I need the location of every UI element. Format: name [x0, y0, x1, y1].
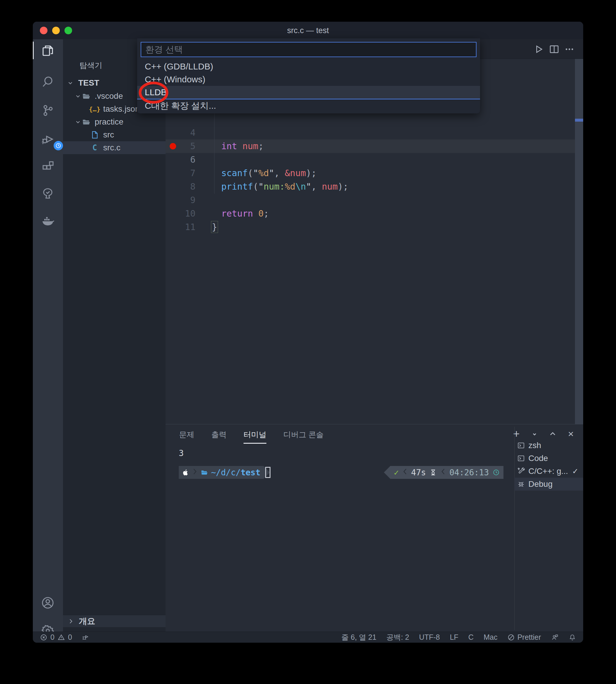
code-line[interactable]: 10 } — [166, 193, 583, 207]
tab-terminal[interactable]: 터미널 — [244, 429, 266, 440]
command-duration: 47s — [411, 468, 426, 478]
maximize-panel-icon[interactable] — [547, 429, 558, 439]
chevron-down-icon — [74, 92, 82, 100]
bottom-panel: 문제 출력 터미널 디버그 콘솔 + × 3 ~/d/c/test ✓ — [166, 424, 583, 632]
run-file-icon[interactable] — [533, 43, 545, 55]
os-indicator[interactable]: Mac — [484, 633, 497, 641]
terminal-session-zsh[interactable]: zsh — [514, 439, 583, 452]
code-line[interactable]: 7 printf("num:%d\n", num); — [166, 153, 583, 167]
terminal-session-debug[interactable]: Debug — [514, 478, 583, 491]
more-actions-icon[interactable] — [564, 43, 575, 55]
vscode-window: src.c — test — [33, 22, 583, 643]
hourglass-icon — [429, 469, 437, 476]
formatter-status[interactable]: Prettier — [507, 633, 541, 641]
notifications-bell-icon[interactable] — [569, 634, 576, 641]
language-mode[interactable]: C — [468, 633, 474, 641]
folder-open-icon — [82, 117, 91, 126]
tab-output[interactable]: 출력 — [211, 429, 226, 440]
active-view-indicator — [33, 42, 34, 59]
terminal-icon — [517, 442, 525, 449]
powerline-arrow-left — [384, 466, 390, 479]
warning-icon — [58, 634, 65, 641]
code-line[interactable]: 5 — [166, 126, 583, 139]
terminal-icon — [517, 455, 525, 462]
folder-open-icon — [82, 92, 91, 101]
exit-status-check: ✓ — [394, 468, 399, 478]
clock-time: 04:26:13 — [449, 468, 489, 478]
indent-setting[interactable]: 공백: 2 — [386, 633, 409, 642]
code-line[interactable]: 11 — [166, 207, 583, 220]
quick-pick-placeholder: 환경 선택 — [145, 44, 183, 56]
prompt-right-segment: ✓ 47s 04:26:13 — [390, 466, 504, 479]
error-icon — [40, 634, 47, 641]
test-explorer-icon[interactable] — [41, 186, 55, 200]
folder-icon — [200, 469, 208, 476]
chevron-down-icon — [67, 79, 74, 87]
window-title: src.c — test — [33, 22, 583, 39]
code-line[interactable]: 8 — [166, 167, 583, 180]
tree-item-src-c[interactable]: src.c — [63, 141, 166, 154]
tree-item-src[interactable]: src — [63, 128, 166, 141]
prompt-path: ~/d/c/ — [211, 468, 241, 478]
tab-problems[interactable]: 문제 — [179, 429, 194, 440]
chevron-right-icon — [67, 617, 75, 625]
split-editor-icon[interactable] — [548, 43, 560, 55]
encoding[interactable]: UTF-8 — [419, 633, 440, 641]
eol-setting[interactable]: LF — [450, 633, 458, 641]
sidebar-title: 탐색기 — [80, 60, 102, 71]
tree-item-practice[interactable]: practice — [63, 115, 166, 128]
docker-icon[interactable] — [41, 214, 55, 228]
debug-progress-badge — [53, 141, 63, 150]
terminal-cursor — [265, 467, 270, 478]
feedback-icon[interactable] — [551, 634, 558, 641]
terminal-dropdown-icon[interactable] — [529, 429, 540, 439]
terminal-session-task[interactable]: C/C++: g... ✓ — [514, 465, 583, 478]
code-editor[interactable]: 4 int num; 5 6 scanf("%d", &num); 7 prin… — [166, 59, 583, 424]
prompt-left-segment: ~/d/c/test — [179, 466, 263, 479]
prettier-icon — [507, 634, 515, 641]
search-icon[interactable] — [41, 75, 55, 89]
editor-scrollbar[interactable] — [575, 59, 583, 424]
cursor-position[interactable]: 줄 6, 열 21 — [342, 633, 377, 642]
terminal-right-prompt: ✓ 47s 04:26:13 — [384, 466, 504, 479]
task-success-check: ✓ — [572, 467, 578, 476]
quick-pick-option-install-extension[interactable]: C대한 확장 설치... — [137, 100, 480, 112]
problems-status[interactable]: 0 0 — [40, 633, 89, 641]
tab-debug-console[interactable]: 디버그 콘솔 — [283, 429, 324, 440]
activity-bar — [33, 39, 63, 632]
terminal-session-code[interactable]: Code — [514, 452, 583, 465]
code-line[interactable]: 4 int num; — [166, 113, 583, 126]
quick-pick-option-cpp-windows[interactable]: C++ (Windows) — [137, 73, 480, 86]
close-panel-icon[interactable]: × — [566, 429, 576, 439]
extensions-icon[interactable] — [41, 159, 55, 173]
quick-pick-option-gdb-lldb[interactable]: C++ (GDB/LLDB) — [137, 60, 480, 73]
quick-pick-widget: 환경 선택 C++ (GDB/LLDB) C++ (Windows) LLDB … — [137, 38, 480, 113]
debug-bug-icon — [517, 480, 525, 488]
code-line[interactable]: 9 return 0; — [166, 180, 583, 193]
code-line[interactable]: 6 scanf("%d", &num); — [166, 139, 583, 153]
json-file-icon — [90, 105, 99, 113]
prompt-separator-icon — [402, 467, 408, 478]
status-bar: 0 0 줄 6, 열 21 공백: 2 UTF-8 LF C Mac Prett… — [33, 632, 583, 643]
title-bar[interactable]: src.c — test — [33, 22, 583, 39]
terminal-output: 3 — [179, 448, 184, 458]
prompt-separator-icon — [192, 467, 198, 478]
panel-actions: + × — [511, 429, 576, 439]
outline-section-header[interactable]: 개요 — [63, 615, 166, 627]
apple-icon — [182, 469, 189, 476]
debug-status-icon[interactable] — [82, 634, 89, 641]
explorer-sidebar: 탐색기 TEST .vscode tasks.json practice src… — [63, 39, 166, 632]
overview-ruler-cursor-mark — [575, 119, 583, 122]
chevron-down-icon — [74, 118, 82, 126]
desktop: src.c — test — [0, 0, 616, 684]
quick-pick-input[interactable]: 환경 선택 — [141, 42, 477, 57]
explorer-icon[interactable] — [41, 44, 55, 58]
file-icon — [90, 130, 99, 139]
source-control-icon[interactable] — [41, 104, 55, 117]
new-terminal-icon[interactable]: + — [511, 429, 522, 439]
account-icon[interactable] — [41, 596, 55, 610]
panel-tab-bar: 문제 출력 터미널 디버그 콘솔 — [179, 424, 324, 445]
run-debug-icon[interactable] — [41, 132, 55, 146]
quick-pick-option-lldb[interactable]: LLDB — [137, 86, 480, 99]
clock-icon — [492, 469, 500, 476]
